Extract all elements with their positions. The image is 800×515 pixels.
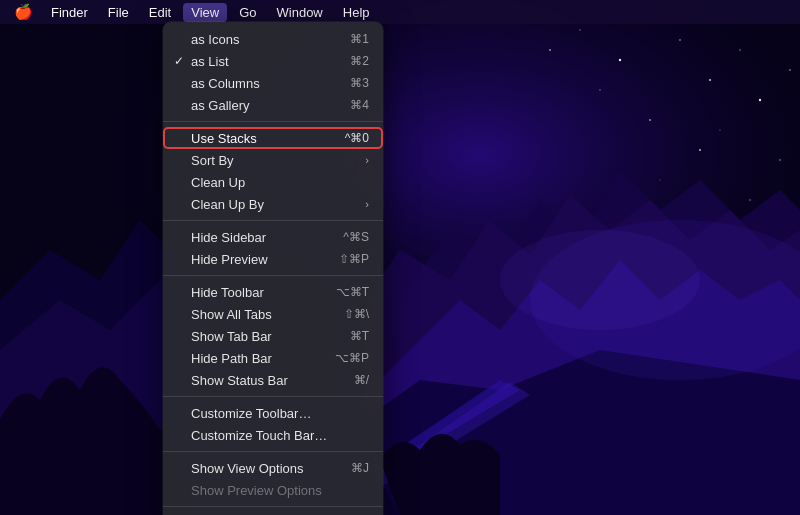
menubar-file[interactable]: File [100,3,137,22]
menu-item-as-list[interactable]: ✓ as List ⌘2 [163,50,383,72]
menu-section-view-modes: as Icons ⌘1 ✓ as List ⌘2 as Columns ⌘3 a… [163,26,383,118]
svg-point-10 [699,149,701,151]
svg-point-11 [719,129,720,130]
svg-point-2 [619,59,621,61]
menubar-finder[interactable]: Finder [43,3,96,22]
svg-point-16 [749,199,751,201]
menu-item-customize-touch-bar[interactable]: Customize Touch Bar… [163,424,383,446]
menu-item-hide-path-bar[interactable]: Hide Path Bar ⌥⌘P [163,347,383,369]
menu-item-as-gallery[interactable]: as Gallery ⌘4 [163,94,383,116]
separator-1 [163,121,383,122]
use-stacks-shortcut: ^⌘0 [345,131,369,145]
menu-item-show-all-tabs[interactable]: Show All Tabs ⇧⌘\ [163,303,383,325]
show-tab-bar-label: Show Tab Bar [191,329,272,344]
svg-point-5 [739,49,740,50]
menu-item-show-tab-bar[interactable]: Show Tab Bar ⌘T [163,325,383,347]
svg-point-18 [500,230,700,330]
hide-sidebar-label: Hide Sidebar [191,230,266,245]
separator-3 [163,275,383,276]
menu-section-customize: Customize Toolbar… Customize Touch Bar… [163,400,383,448]
separator-4 [163,396,383,397]
menu-item-sort-by[interactable]: Sort By › [163,149,383,171]
svg-point-13 [549,49,551,51]
hide-toolbar-label: Hide Toolbar [191,285,264,300]
show-all-tabs-label: Show All Tabs [191,307,272,322]
menu-item-hide-toolbar[interactable]: Hide Toolbar ⌥⌘T [163,281,383,303]
view-menu-dropdown: as Icons ⌘1 ✓ as List ⌘2 as Columns ⌘3 a… [163,22,383,515]
as-gallery-shortcut: ⌘4 [350,98,369,112]
menu-item-customize-toolbar[interactable]: Customize Toolbar… [163,402,383,424]
background-svg [0,0,800,515]
show-status-bar-label: Show Status Bar [191,373,288,388]
customize-toolbar-label: Customize Toolbar… [191,406,311,421]
separator-2 [163,220,383,221]
menubar-view[interactable]: View [183,3,227,22]
menu-section-fullscreen: Enter Full Screen ⌃F [163,510,383,515]
svg-point-7 [789,69,791,71]
menu-item-as-columns[interactable]: as Columns ⌘3 [163,72,383,94]
menu-item-show-status-bar[interactable]: Show Status Bar ⌘/ [163,369,383,391]
svg-point-15 [659,179,660,180]
hide-sidebar-shortcut: ^⌘S [343,230,369,244]
separator-5 [163,451,383,452]
menu-item-show-preview-options[interactable]: Show Preview Options [163,479,383,501]
menubar-window[interactable]: Window [269,3,331,22]
svg-point-6 [759,99,761,101]
check-as-list: ✓ [171,54,187,68]
menu-item-use-stacks[interactable]: Use Stacks ^⌘0 [163,127,383,149]
as-list-shortcut: ⌘2 [350,54,369,68]
as-list-label: as List [191,54,229,69]
menu-item-clean-up[interactable]: Clean Up [163,171,383,193]
show-view-options-label: Show View Options [191,461,304,476]
menu-item-hide-preview[interactable]: Hide Preview ⇧⌘P [163,248,383,270]
show-view-options-shortcut: ⌘J [351,461,369,475]
as-columns-label: as Columns [191,76,260,91]
show-status-bar-shortcut: ⌘/ [354,373,369,387]
menu-item-as-icons[interactable]: as Icons ⌘1 [163,28,383,50]
hide-preview-label: Hide Preview [191,252,268,267]
menu-section-view-options: Show View Options ⌘J Show Preview Option… [163,455,383,503]
svg-point-9 [599,89,600,90]
as-columns-shortcut: ⌘3 [350,76,369,90]
use-stacks-label: Use Stacks [191,131,257,146]
as-gallery-label: as Gallery [191,98,250,113]
menubar: 🍎 Finder File Edit View Go Window Help [0,0,800,24]
desktop-background [0,0,800,515]
svg-point-4 [709,79,711,81]
hide-preview-shortcut: ⇧⌘P [339,252,369,266]
hide-path-bar-label: Hide Path Bar [191,351,272,366]
menu-item-show-view-options[interactable]: Show View Options ⌘J [163,457,383,479]
hide-toolbar-shortcut: ⌥⌘T [336,285,369,299]
show-tab-bar-shortcut: ⌘T [350,329,369,343]
apple-menu[interactable]: 🍎 [8,1,39,23]
svg-point-14 [579,29,580,30]
clean-up-by-arrow: › [365,198,369,210]
as-icons-shortcut: ⌘1 [350,32,369,46]
menu-item-hide-sidebar[interactable]: Hide Sidebar ^⌘S [163,226,383,248]
svg-point-8 [649,119,651,121]
sort-by-arrow: › [365,154,369,166]
as-icons-label: as Icons [191,32,239,47]
menu-section-toolbar: Hide Toolbar ⌥⌘T Show All Tabs ⇧⌘\ Show … [163,279,383,393]
menu-section-stacks: Use Stacks ^⌘0 Sort By › Clean Up Clean … [163,125,383,217]
clean-up-by-label: Clean Up By [191,197,264,212]
show-preview-options-label: Show Preview Options [191,483,322,498]
hide-path-bar-shortcut: ⌥⌘P [335,351,369,365]
svg-point-3 [679,39,681,41]
svg-point-12 [779,159,781,161]
customize-touch-bar-label: Customize Touch Bar… [191,428,327,443]
menu-item-clean-up-by[interactable]: Clean Up By › [163,193,383,215]
menubar-help[interactable]: Help [335,3,378,22]
menubar-go[interactable]: Go [231,3,264,22]
menubar-edit[interactable]: Edit [141,3,179,22]
separator-6 [163,506,383,507]
sort-by-label: Sort By [191,153,234,168]
show-all-tabs-shortcut: ⇧⌘\ [344,307,369,321]
clean-up-label: Clean Up [191,175,245,190]
menu-section-sidebar: Hide Sidebar ^⌘S Hide Preview ⇧⌘P [163,224,383,272]
